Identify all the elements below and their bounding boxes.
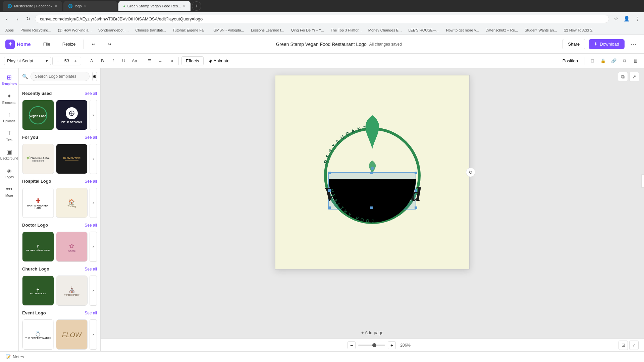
lock-icon[interactable]: 🔒 bbox=[598, 56, 608, 66]
align-left-button[interactable]: ☰ bbox=[145, 56, 154, 66]
template-athena[interactable]: ✿ Athena bbox=[56, 232, 88, 262]
home-button[interactable]: ✦ Home bbox=[5, 40, 31, 49]
scroll-right-church[interactable]: › bbox=[90, 276, 97, 306]
copy-icon[interactable]: ⧉ bbox=[620, 56, 629, 66]
more-options-button[interactable]: ⋯ bbox=[628, 39, 639, 50]
sidebar-item-uploads[interactable]: ↑ Uploads bbox=[1, 109, 17, 126]
template-allerheiligen[interactable]: ✝ Allerheiligen bbox=[22, 276, 54, 306]
underline-button[interactable]: U bbox=[119, 56, 128, 66]
link-icon[interactable]: 🔗 bbox=[609, 56, 619, 66]
scroll-right-doctor[interactable]: › bbox=[90, 232, 97, 262]
template-martin-kranken[interactable]: ✚ MARTIN KRANKEN-HAUS bbox=[22, 188, 54, 218]
font-size-increase[interactable]: + bbox=[72, 58, 79, 64]
menu-button[interactable]: ⋮ bbox=[633, 15, 641, 23]
new-tab-button[interactable]: + bbox=[192, 1, 201, 11]
zoom-out-button[interactable]: − bbox=[347, 341, 356, 349]
template-dr-sohne[interactable]: ⚕ DR. MED. SÖHNE STEIN bbox=[22, 232, 54, 262]
bookmark-13[interactable]: Datenschutz – Re... bbox=[483, 27, 521, 33]
aa-button[interactable]: Aa bbox=[130, 56, 139, 66]
zoom-slider[interactable] bbox=[358, 345, 385, 346]
sidebar-item-logos[interactable]: ◈ Logos bbox=[1, 164, 17, 182]
hospital-see-all[interactable]: See all bbox=[85, 179, 97, 184]
resize-button[interactable]: Resize bbox=[58, 40, 80, 49]
sidebar-item-templates[interactable]: ⊞ Templates bbox=[1, 71, 17, 88]
redo-button[interactable]: ↪ bbox=[104, 40, 115, 49]
effects-button[interactable]: Effects bbox=[181, 56, 204, 65]
search-input[interactable] bbox=[31, 72, 90, 81]
bookmark-11[interactable]: LEE'S HOUSE—... bbox=[406, 27, 442, 33]
zoom-in-button[interactable]: + bbox=[388, 341, 396, 349]
url-bar[interactable]: canva.com/design/DAEyziyr3s/hnwT0BrJBVvO… bbox=[35, 15, 609, 23]
scroll-right-event[interactable]: › bbox=[90, 319, 97, 350]
position-button[interactable]: Position bbox=[558, 57, 582, 65]
trash-icon[interactable]: 🗑 bbox=[631, 56, 640, 66]
list-button[interactable]: ≡ bbox=[156, 56, 165, 66]
bookmark-5[interactable]: Tutorial: Eigene Fa... bbox=[170, 27, 209, 33]
zoom-thumb[interactable] bbox=[372, 343, 376, 347]
template-turbling[interactable]: 🏠 Türbling bbox=[56, 188, 88, 218]
template-vereinte[interactable]: ⛪ Vereinte Pilger bbox=[56, 276, 88, 306]
bookmark-6[interactable]: GMSN - Vologda... bbox=[211, 27, 247, 33]
bookmark-apps[interactable]: Apps bbox=[3, 27, 16, 33]
notes-bar[interactable]: 📝 Notes bbox=[0, 351, 644, 362]
bookmark-4[interactable]: Chinese translati... bbox=[132, 27, 168, 33]
recently-used-see-all[interactable]: See all bbox=[85, 91, 97, 96]
forward-button[interactable]: › bbox=[13, 15, 21, 23]
bold-button[interactable]: B bbox=[98, 56, 107, 66]
font-size-decrease[interactable]: − bbox=[55, 58, 61, 64]
tab-logo[interactable]: 🌐 logo ✕ bbox=[63, 1, 117, 11]
expand-canvas-button[interactable]: ⤢ bbox=[629, 72, 639, 82]
undo-button[interactable]: ↩ bbox=[88, 40, 100, 49]
tab-close-canva[interactable]: ✕ bbox=[183, 4, 186, 8]
bookmark-button[interactable]: ☆ bbox=[612, 15, 620, 23]
italic-button[interactable]: I bbox=[108, 56, 118, 66]
profile-button[interactable]: 👤 bbox=[623, 15, 631, 23]
refresh-button[interactable]: ↻ bbox=[24, 15, 32, 23]
event-see-all[interactable]: See all bbox=[85, 311, 97, 315]
sidebar-item-more[interactable]: ••• More bbox=[1, 183, 17, 200]
template-platterke[interactable]: 🌿 Platterke & Co. Restaurant bbox=[22, 144, 54, 174]
back-button[interactable]: ‹ bbox=[3, 15, 11, 23]
template-perfect-match[interactable]: 💍 THE PERFECT MATCH bbox=[22, 319, 54, 350]
indent-button[interactable]: ⇥ bbox=[166, 56, 176, 66]
scroll-right-recent[interactable]: › bbox=[90, 100, 97, 130]
template-vegan-food[interactable]: Vegan Food bbox=[22, 100, 54, 130]
font-selector[interactable]: Playlist Script ▾ bbox=[4, 57, 51, 65]
for-you-see-all[interactable]: See all bbox=[85, 135, 97, 140]
sidebar-item-background[interactable]: ▣ Background bbox=[1, 145, 17, 163]
fullscreen-button[interactable]: ⤢ bbox=[629, 341, 639, 350]
template-field-designs[interactable]: FIELD DESIGNS bbox=[56, 100, 88, 130]
align-icon[interactable]: ⊟ bbox=[588, 56, 597, 66]
template-flow[interactable]: FLOW bbox=[56, 319, 88, 350]
bookmark-12[interactable]: How to get more v... bbox=[443, 27, 482, 33]
bookmark-8[interactable]: Qing Fei De Yi – Y... bbox=[288, 27, 327, 33]
tab-close-logo[interactable]: ✕ bbox=[84, 4, 87, 8]
church-see-all[interactable]: See all bbox=[85, 267, 97, 272]
bookmark-10[interactable]: Money Changes E... bbox=[366, 27, 405, 33]
filter-button[interactable]: ⚙ bbox=[92, 72, 97, 81]
sidebar-item-text[interactable]: T Text bbox=[1, 127, 17, 144]
tab-close-facebook[interactable]: ✕ bbox=[54, 4, 57, 8]
bookmark-1[interactable]: Phone Recycling... bbox=[18, 27, 54, 33]
logo-svg[interactable]: RESTAURANT Vegan Food ESTD 2021 bbox=[299, 99, 446, 246]
add-page-button[interactable]: + Add page bbox=[356, 327, 389, 338]
tab-facebook[interactable]: 🌐 Musterseite | Facebook ✕ bbox=[3, 1, 62, 11]
animate-button[interactable]: ◈ Animate bbox=[205, 57, 234, 65]
tab-canva[interactable]: ● Green Stamp Vegan Food Res... ✕ bbox=[118, 1, 191, 11]
file-menu[interactable]: File bbox=[39, 40, 54, 49]
fit-view-button[interactable]: ⊡ bbox=[619, 341, 628, 350]
download-button[interactable]: ⬇ Download bbox=[589, 39, 625, 49]
text-color-button[interactable]: A bbox=[87, 56, 96, 66]
template-clementine[interactable]: CLEMENTINE bbox=[56, 144, 88, 174]
bookmark-15[interactable]: (2) How To Add S... bbox=[561, 27, 598, 33]
share-button[interactable]: Share bbox=[562, 39, 585, 49]
bookmark-9[interactable]: The Top 3 Platfor... bbox=[328, 27, 364, 33]
bookmark-7[interactable]: Lessons Learned f... bbox=[248, 27, 287, 33]
sidebar-item-elements[interactable]: ✦ Elements bbox=[1, 90, 17, 107]
bookmark-3[interactable]: Sonderangebot! ... bbox=[96, 27, 131, 33]
scroll-right-hospital[interactable]: › bbox=[90, 188, 97, 218]
rotate-handle[interactable]: ↻ bbox=[466, 168, 475, 177]
scroll-right-foryou[interactable]: › bbox=[90, 144, 97, 174]
doctor-see-all[interactable]: See all bbox=[85, 223, 97, 228]
bookmark-14[interactable]: Student Wants an... bbox=[522, 27, 559, 33]
